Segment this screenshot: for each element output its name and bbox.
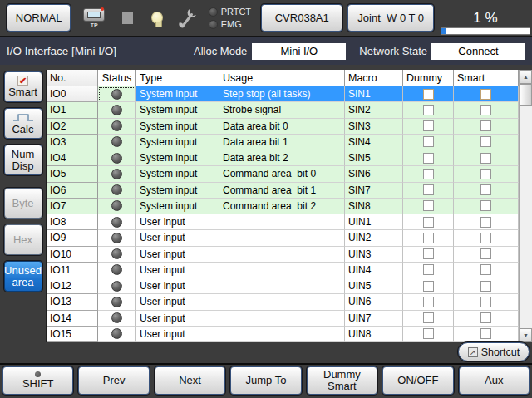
dummy-checkbox[interactable]	[423, 264, 434, 275]
table-row-io8[interactable]: IO8User inputUIN1	[47, 214, 519, 230]
dummy-checkbox[interactable]	[423, 248, 434, 259]
column-header-no: No.	[47, 70, 98, 86]
sidebar-button-unused-area[interactable]: Unused area	[4, 261, 42, 292]
table-row-io12[interactable]: IO12User inputUIN5	[47, 278, 519, 294]
smart-checkbox[interactable]	[480, 105, 491, 115]
shortcut-button[interactable]: ↗ Shortcut	[458, 342, 530, 361]
dummy-checkbox[interactable]	[423, 217, 434, 228]
status-led-icon	[111, 105, 122, 115]
prev-button[interactable]: Prev	[78, 366, 149, 395]
smart-checkbox[interactable]	[480, 89, 491, 100]
scrollbar-track[interactable]	[520, 106, 532, 328]
table-row-io5[interactable]: IO5System inputCommand area bit 0SIN6	[47, 166, 519, 182]
sidebar-button-smart[interactable]: ✔Smart	[4, 71, 42, 102]
sidebar-button-num-disp[interactable]: Num Disp	[4, 145, 42, 175]
column-header-type: Type	[136, 70, 219, 86]
status-cell	[98, 166, 136, 182]
dummy-checkbox[interactable]	[423, 328, 434, 339]
status-led-icon	[111, 264, 122, 275]
joint-mode-button[interactable]: Joint W 0 T 0	[347, 4, 434, 32]
row-number-cell: IO9	[47, 230, 98, 246]
teach-pendant-icon: TP	[81, 8, 106, 28]
mode-button[interactable]: NORMAL	[7, 4, 71, 32]
smart-checkbox[interactable]	[480, 281, 491, 292]
smart-checkbox[interactable]	[480, 136, 491, 147]
table-row-io1[interactable]: IO1System inputStrobe signalSIN2	[47, 102, 519, 118]
sidebar-button-calc[interactable]: Calc	[4, 108, 42, 139]
jump-to-button[interactable]: Jump To	[230, 366, 301, 395]
scrollbar-thumb[interactable]	[520, 84, 532, 106]
status-led-icon	[111, 169, 122, 179]
smart-checkbox[interactable]	[480, 233, 491, 243]
table-row-io15[interactable]: IO15User inputUIN8	[47, 327, 519, 342]
table-row-io6[interactable]: IO6System inputCommand area bit 1SIN7	[47, 183, 519, 199]
dummy-checkbox[interactable]	[423, 105, 434, 115]
dummy-checkbox[interactable]	[423, 184, 434, 195]
table-row-io0[interactable]: IO0System inputStep stop (all tasks)SIN1	[47, 86, 519, 102]
dummy-checkbox[interactable]	[423, 281, 434, 292]
vertical-scrollbar[interactable]: ▲ ▼	[519, 70, 532, 342]
usage-cell	[219, 214, 345, 230]
dummy-smart-button[interactable]: Dummy Smart	[307, 366, 377, 395]
table-row-io11[interactable]: IO11User inputUIN4	[47, 263, 519, 278]
dummy-checkbox[interactable]	[423, 297, 434, 307]
table-row-io9[interactable]: IO9User inputUIN2	[47, 230, 519, 246]
scroll-down-button[interactable]: ▼	[520, 328, 532, 342]
table-row-io14[interactable]: IO14User inputUIN7	[47, 311, 519, 327]
usage-cell	[219, 230, 345, 246]
type-cell: User input	[136, 230, 219, 246]
dummy-cell	[403, 119, 454, 135]
smart-checkbox[interactable]	[480, 297, 491, 307]
type-cell: User input	[136, 327, 219, 342]
smart-checkbox[interactable]	[480, 153, 491, 164]
aux-button[interactable]: Aux	[459, 366, 530, 395]
table-row-io2[interactable]: IO2System inputData area bit 0SIN3	[47, 119, 519, 135]
table-row-io7[interactable]: IO7System inputCommand area bit 2SIN8	[47, 199, 519, 214]
smart-checkbox[interactable]	[480, 248, 491, 259]
smart-checkbox[interactable]	[480, 169, 491, 179]
row-number-cell: IO3	[47, 135, 98, 150]
type-cell: User input	[136, 214, 219, 230]
function-button-label: ON/OFF	[397, 375, 438, 386]
smart-checkbox[interactable]	[480, 184, 491, 195]
table-row-io4[interactable]: IO4System inputData area bit 2SIN5	[47, 150, 519, 166]
row-number-cell: IO8	[47, 214, 98, 230]
network-state-label: Network State	[359, 45, 427, 57]
status-led-icon	[111, 200, 122, 211]
table-row-io3[interactable]: IO3System inputData area bit 1SIN4	[47, 135, 519, 150]
scroll-up-button[interactable]: ▲	[520, 70, 532, 84]
smart-checkbox[interactable]	[480, 312, 491, 323]
smart-checkbox[interactable]	[480, 264, 491, 275]
smart-checkbox[interactable]	[480, 120, 491, 131]
dummy-checkbox[interactable]	[423, 233, 434, 243]
dummy-checkbox[interactable]	[423, 136, 434, 147]
on-off-button[interactable]: ON/OFF	[382, 366, 453, 395]
macro-cell: SIN6	[345, 166, 403, 182]
usage-cell: Command area bit 0	[219, 166, 345, 182]
shift-button[interactable]: SHIFT	[2, 366, 73, 395]
dummy-checkbox[interactable]	[423, 153, 434, 164]
dummy-checkbox[interactable]	[423, 312, 434, 323]
smart-checkbox[interactable]	[480, 200, 491, 211]
project-button[interactable]: CVR038A1	[261, 4, 342, 32]
table-row-io13[interactable]: IO13User inputUIN6	[47, 294, 519, 310]
smart-checkbox[interactable]	[480, 328, 491, 339]
dummy-checkbox[interactable]	[423, 89, 434, 100]
next-button[interactable]: Next	[155, 366, 225, 395]
smart-checkbox[interactable]	[480, 217, 491, 228]
dummy-checkbox[interactable]	[423, 200, 434, 211]
table-row-io10[interactable]: IO10User inputUIN3	[47, 247, 519, 263]
dummy-checkbox[interactable]	[423, 120, 434, 131]
usage-cell	[219, 263, 345, 278]
check-icon: ✔	[17, 76, 28, 86]
macro-cell: UIN5	[345, 278, 403, 294]
smart-cell	[454, 214, 519, 230]
emg-led-icon	[209, 20, 218, 29]
macro-cell: SIN7	[345, 183, 403, 199]
row-number-cell: IO15	[47, 327, 98, 342]
macro-cell: SIN1	[345, 86, 403, 102]
status-cell	[98, 183, 136, 199]
type-cell: System input	[136, 183, 219, 199]
usage-cell: Strobe signal	[219, 102, 345, 118]
dummy-checkbox[interactable]	[423, 169, 434, 179]
